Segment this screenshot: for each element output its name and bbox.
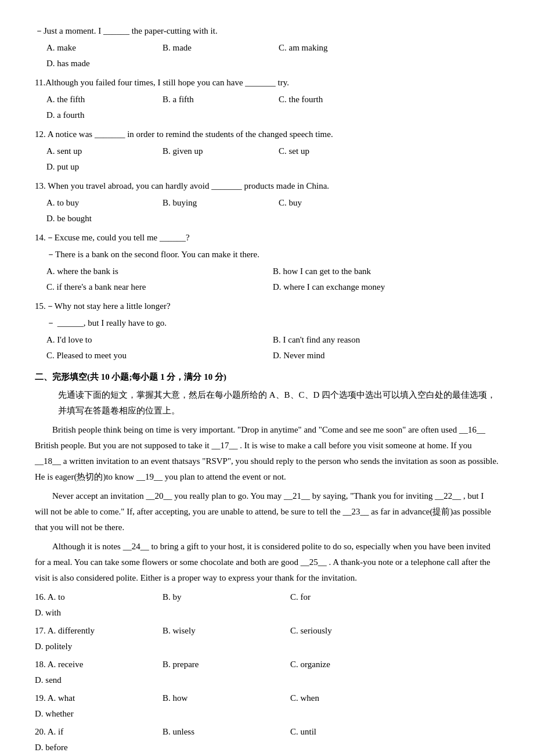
q11-text: 11.Although you failed four times, I sti… — [35, 75, 499, 91]
q12-option-d: D. put up — [46, 159, 163, 175]
answer-2-b: B. prepare — [163, 657, 290, 672]
q14: 14.－Excuse me, could you tell me ______?… — [35, 230, 499, 295]
answer-3-c: C. when — [290, 690, 418, 706]
answer-2-q: 18. A. receive — [35, 657, 163, 672]
option-d: D. has made — [46, 56, 163, 71]
q13-option-c: C. buy — [279, 195, 395, 211]
answer-0-q: 16. A. to — [35, 589, 163, 605]
answer-4-b: B. unless — [163, 724, 290, 740]
answer-row-1: 17. A. differentlyB. wiselyC. seriouslyD… — [35, 623, 499, 654]
answer-3-q: 19. A. what — [35, 690, 163, 706]
answer-options-container: 16. A. toB. byC. forD. with17. A. differ… — [35, 589, 499, 756]
q15-sub: － ______, but I really have to go. — [46, 315, 499, 331]
q11: 11.Although you failed four times, I sti… — [35, 75, 499, 123]
answer-3-d: D. whether — [35, 706, 163, 722]
q11-option-a: A. the fifth — [46, 92, 163, 107]
q14-option-b: B. how I can get to the bank — [273, 264, 499, 279]
answer-4-c: C. until — [290, 724, 418, 740]
section2-instructions: 先通读下面的短文，掌握其大意，然后在每小题所给的 A、B、C、D 四个选项中选出… — [58, 387, 499, 419]
answer-0-b: B. by — [163, 589, 290, 605]
q15-options: A. I'd love to B. I can't find any reaso… — [46, 332, 499, 363]
q15-option-d: D. Never mind — [273, 348, 499, 363]
q13-text: 13. When you travel abroad, you can hard… — [35, 178, 499, 194]
q14-option-c: C. if there's a bank near here — [46, 279, 273, 295]
answer-row-2: 18. A. receiveB. prepareC. organizeD. se… — [35, 657, 499, 688]
answer-row-4: 20. A. ifB. unlessC. untilD. before — [35, 724, 499, 755]
passage1: British people think being on time is ve… — [35, 422, 499, 485]
answer-2-d: D. send — [35, 672, 163, 688]
answer-0-c: C. for — [290, 589, 418, 605]
answer-row-0: 16. A. toB. byC. forD. with — [35, 589, 499, 621]
answer-1-d: D. politely — [35, 639, 163, 654]
q13: 13. When you travel abroad, you can hard… — [35, 178, 499, 226]
q14-option-d: D. where I can exchange money — [273, 279, 499, 295]
q12-text: 12. A notice was _______ in order to rem… — [35, 127, 499, 142]
answer-3-b: B. how — [163, 690, 290, 706]
q-intro: －Just a moment. I ______ the paper-cutti… — [35, 23, 499, 71]
answer-2-c: C. organize — [290, 657, 418, 672]
q11-option-d: D. a fourth — [46, 107, 163, 123]
q-intro-text: －Just a moment. I ______ the paper-cutti… — [35, 23, 499, 39]
q14-option-a: A. where the bank is — [46, 264, 273, 279]
q13-option-a: A. to buy — [46, 195, 163, 211]
q15-option-c: C. Pleased to meet you — [46, 348, 273, 363]
q12-options: A. sent up B. given up C. set up D. put … — [46, 143, 499, 175]
q15-option-a: A. I'd love to — [46, 332, 273, 348]
q14-options: A. where the bank is B. how I can get to… — [46, 264, 499, 295]
option-c: C. am making — [279, 40, 395, 56]
answer-1-b: B. wisely — [163, 623, 290, 639]
answer-4-d: D. before — [35, 740, 163, 755]
q12-option-b: B. given up — [163, 143, 279, 159]
q12-option-c: C. set up — [279, 143, 395, 159]
q12: 12. A notice was _______ in order to rem… — [35, 127, 499, 175]
q13-option-d: D. be bought — [46, 211, 163, 226]
q13-options: A. to buy B. buying C. buy D. be bought — [46, 195, 499, 226]
passage2: Never accept an invitation __20__ you re… — [35, 488, 499, 535]
q14-sub: －There is a bank on the second floor. Yo… — [46, 247, 499, 262]
answer-4-q: 20. A. if — [35, 724, 163, 740]
section2-header: 二、完形填空(共 10 小题;每小题 1 分，满分 10 分) — [35, 369, 499, 385]
answer-0-d: D. with — [35, 605, 163, 621]
q15-option-b: B. I can't find any reason — [273, 332, 499, 348]
option-a: A. make — [46, 40, 163, 56]
q11-option-c: C. the fourth — [279, 92, 395, 107]
q11-option-b: B. a fifth — [163, 92, 279, 107]
q13-option-b: B. buying — [163, 195, 279, 211]
q15-text: 15.－Why not stay here a little longer? — [35, 298, 499, 314]
q12-option-a: A. sent up — [46, 143, 163, 159]
option-b: B. made — [163, 40, 279, 56]
passage3: Although it is notes __24__ to bring a g… — [35, 539, 499, 586]
q14-text: 14.－Excuse me, could you tell me ______? — [35, 230, 499, 246]
answer-1-q: 17. A. differently — [35, 623, 163, 639]
answer-1-c: C. seriously — [290, 623, 418, 639]
answer-row-3: 19. A. whatB. howC. whenD. whether — [35, 690, 499, 722]
q15: 15.－Why not stay here a little longer? －… — [35, 298, 499, 363]
q11-options: A. the fifth B. a fifth C. the fourth D.… — [46, 92, 499, 123]
q-intro-options: A. make B. made C. am making D. has made — [46, 40, 499, 71]
